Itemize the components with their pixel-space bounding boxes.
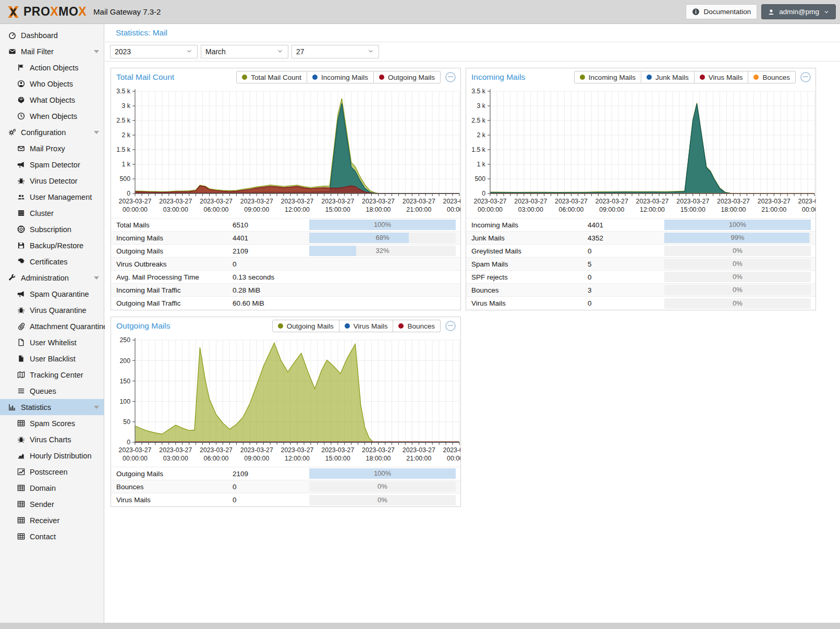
sidebar-item-contact[interactable]: Contact bbox=[0, 528, 104, 545]
sidebar-item-certificates[interactable]: Certificates bbox=[0, 253, 104, 270]
year-select[interactable]: 2023 bbox=[110, 45, 198, 58]
sidebar-item-label: What Objects bbox=[30, 96, 75, 104]
sidebar-item-label: Spam Quarantine bbox=[30, 290, 89, 298]
legend-button-outgoing-mails[interactable]: Outgoing Mails bbox=[374, 71, 441, 83]
sidebar-item-statistics[interactable]: Statistics bbox=[0, 399, 104, 415]
percent-label: 0% bbox=[664, 272, 811, 282]
sidebar-item-spam-detector[interactable]: Spam Detector bbox=[0, 156, 104, 173]
stats-row-spf-rejects[interactable]: SPF rejects00% bbox=[466, 271, 815, 284]
legend-button-bounces[interactable]: Bounces bbox=[748, 71, 796, 83]
legend-button-total-mail-count[interactable]: Total Mail Count bbox=[236, 71, 307, 83]
svg-text:2023-03-27: 2023-03-27 bbox=[119, 446, 152, 454]
user-menu-button[interactable]: admin@pmg bbox=[761, 4, 836, 19]
sidebar-item-action-objects[interactable]: Action Objects bbox=[0, 59, 104, 76]
sidebar-item-postscreen[interactable]: Postscreen bbox=[0, 464, 104, 480]
legend-button-incoming-mails[interactable]: Incoming Mails bbox=[574, 71, 641, 83]
sidebar-item-configuration[interactable]: Configuration bbox=[0, 124, 104, 140]
stats-value: 0 bbox=[588, 299, 664, 307]
svg-text:2023-03-27: 2023-03-27 bbox=[281, 198, 314, 205]
sidebar-item-spam-quarantine[interactable]: Spam Quarantine bbox=[0, 286, 104, 302]
stats-row-outgoing-mails[interactable]: Outgoing Mails2109100% bbox=[111, 467, 460, 480]
collapse-tool-icon[interactable] bbox=[445, 321, 456, 331]
collapse-tool-icon[interactable] bbox=[800, 72, 811, 82]
user-circle-icon bbox=[16, 80, 27, 88]
main-content: Statistics: Mail 2023 March 27 Total Mai… bbox=[105, 24, 840, 623]
svg-text:2023-03-27: 2023-03-27 bbox=[514, 198, 547, 205]
sidebar-item-when-objects[interactable]: When Objects bbox=[0, 108, 104, 124]
svg-text:2023-03-27: 2023-03-27 bbox=[240, 446, 273, 454]
legend-button-junk-mails[interactable]: Junk Mails bbox=[641, 71, 695, 83]
legend-dot-icon bbox=[379, 75, 384, 80]
sidebar-item-administration[interactable]: Administration bbox=[0, 270, 104, 286]
svg-text:2023-03-27: 2023-03-27 bbox=[321, 446, 354, 454]
stats-row-incoming-mail-traffic[interactable]: Incoming Mail Traffic0.28 MiB bbox=[111, 284, 460, 297]
stats-row-incoming-mails[interactable]: Incoming Mails440168% bbox=[111, 232, 460, 245]
sidebar-item-spam-scores[interactable]: Spam Scores bbox=[0, 415, 104, 431]
panel-header: Total Mail Count Total Mail CountIncomin… bbox=[111, 68, 460, 86]
sidebar-item-user-blacklist[interactable]: User Blacklist bbox=[0, 350, 104, 367]
floppy-icon bbox=[16, 241, 27, 249]
documentation-button[interactable]: Documentation bbox=[686, 4, 757, 19]
sidebar-item-subscription[interactable]: Subscription bbox=[0, 221, 104, 237]
sidebar-item-sender[interactable]: Sender bbox=[0, 496, 104, 512]
legend-button-incoming-mails[interactable]: Incoming Mails bbox=[307, 71, 374, 83]
sidebar-item-label: Action Objects bbox=[30, 64, 79, 72]
sidebar-item-virus-quarantine[interactable]: Virus Quarantine bbox=[0, 302, 104, 318]
table-icon bbox=[16, 500, 27, 508]
sidebar-item-user-whitelist[interactable]: User Whitelist bbox=[0, 334, 104, 350]
legend-button-bounces[interactable]: Bounces bbox=[393, 320, 441, 332]
sidebar-item-backup-restore[interactable]: Backup/Restore bbox=[0, 237, 104, 253]
sidebar-item-label: Cluster bbox=[30, 209, 54, 217]
stats-row-outgoing-mail-traffic[interactable]: Outgoing Mail Traffic60.60 MiB bbox=[111, 297, 460, 310]
stats-row-greylisted-mails[interactable]: Greylisted Mails00% bbox=[466, 245, 815, 258]
sidebar-item-mail-proxy[interactable]: Mail Proxy bbox=[0, 140, 104, 156]
svg-text:2023-03-27: 2023-03-27 bbox=[159, 446, 192, 454]
svg-text:03:00:00: 03:00:00 bbox=[163, 455, 188, 462]
sidebar-item-who-objects[interactable]: Who Objects bbox=[0, 76, 104, 92]
stats-row-incoming-mails[interactable]: Incoming Mails4401100% bbox=[466, 219, 815, 232]
svg-text:21:00:00: 21:00:00 bbox=[406, 455, 431, 462]
legend-button-virus-mails[interactable]: Virus Mails bbox=[695, 71, 749, 83]
app-window: PROXMOX Mail Gateway 7.3-2 Documentation… bbox=[0, 0, 840, 623]
stats-row-total-mails[interactable]: Total Mails6510100% bbox=[111, 219, 460, 232]
stats-label: Virus Outbreaks bbox=[111, 260, 233, 268]
stats-row-virus-mails[interactable]: Virus Mails00% bbox=[466, 297, 815, 310]
sidebar-item-queues[interactable]: Queues bbox=[0, 383, 104, 399]
sidebar-item-label: Mail Proxy bbox=[30, 144, 65, 153]
sidebar-item-hourly-distribution[interactable]: Hourly Distribution bbox=[0, 447, 104, 464]
sidebar-item-tracking-center[interactable]: Tracking Center bbox=[0, 367, 104, 383]
stats-value: 60.60 MiB bbox=[233, 299, 309, 307]
legend-button-virus-mails[interactable]: Virus Mails bbox=[339, 320, 394, 332]
sidebar-item-virus-charts[interactable]: Virus Charts bbox=[0, 431, 104, 447]
stats-row-bounces[interactable]: Bounces00% bbox=[111, 480, 460, 493]
stats-row-outgoing-mails[interactable]: Outgoing Mails210932% bbox=[111, 245, 460, 258]
sidebar-item-virus-detector[interactable]: Virus Detector bbox=[0, 173, 104, 189]
collapse-tool-icon[interactable] bbox=[445, 72, 456, 82]
table-icon bbox=[16, 484, 27, 492]
sidebar-item-attachment-quarantine[interactable]: Attachment Quarantine bbox=[0, 318, 104, 334]
svg-text:12:00:00: 12:00:00 bbox=[285, 455, 310, 462]
sidebar-item-dashboard[interactable]: Dashboard bbox=[0, 27, 104, 43]
sidebar-item-mail-filter[interactable]: Mail Filter bbox=[0, 43, 104, 59]
stats-row-virus-outbreaks[interactable]: Virus Outbreaks0 bbox=[111, 258, 460, 271]
sidebar-item-label: Virus Detector bbox=[30, 177, 78, 185]
svg-text:18:00:00: 18:00:00 bbox=[366, 455, 391, 462]
sidebar-item-user-management[interactable]: User Management bbox=[0, 189, 104, 205]
stats-value: 2109 bbox=[233, 470, 309, 478]
sidebar-item-receiver[interactable]: Receiver bbox=[0, 512, 104, 528]
stats-row-spam-mails[interactable]: Spam Mails50% bbox=[466, 258, 815, 271]
sidebar-item-domain[interactable]: Domain bbox=[0, 480, 104, 496]
stats-row-junk-mails[interactable]: Junk Mails435299% bbox=[466, 232, 815, 245]
stats-row-avg-mail-processing-time[interactable]: Avg. Mail Processing Time0.13 seconds bbox=[111, 271, 460, 284]
panel-incoming-mails: Incoming Mails Incoming MailsJunk MailsV… bbox=[466, 68, 816, 310]
month-select[interactable]: March bbox=[201, 45, 288, 58]
stats-row-bounces[interactable]: Bounces30% bbox=[466, 284, 815, 297]
sidebar-item-what-objects[interactable]: What Objects bbox=[0, 92, 104, 108]
stats-label: Outgoing Mail Traffic bbox=[111, 299, 233, 307]
day-select[interactable]: 27 bbox=[291, 45, 379, 58]
legend-total-mail-count: Total Mail CountIncoming MailsOutgoing M… bbox=[236, 71, 441, 83]
stats-row-virus-mails[interactable]: Virus Mails00% bbox=[111, 493, 460, 506]
legend-button-outgoing-mails[interactable]: Outgoing Mails bbox=[272, 320, 339, 332]
sidebar-item-cluster[interactable]: Cluster bbox=[0, 205, 104, 221]
stats-value: 6510 bbox=[233, 221, 309, 229]
